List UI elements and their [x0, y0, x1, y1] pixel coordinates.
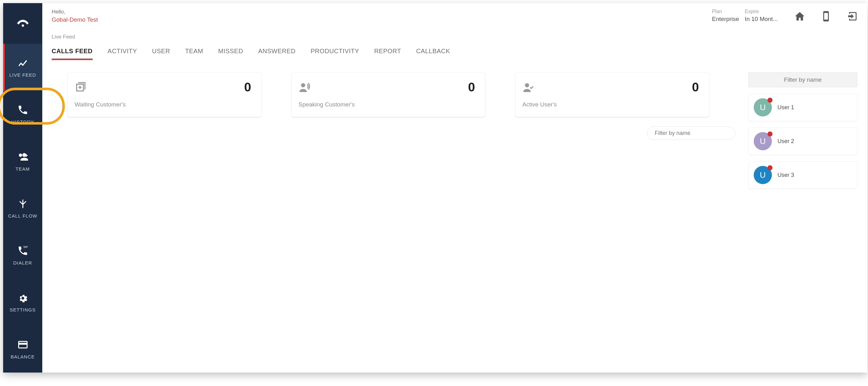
- main-content: Hello, Gobal-Demo Test Plan Enterprise E…: [42, 3, 867, 373]
- status-dot: [768, 165, 773, 170]
- sidebar-item-label: HISTORY: [11, 119, 34, 125]
- sidebar-item-label: CALL FLOW: [8, 213, 37, 219]
- app-logo: [3, 3, 42, 44]
- stat-label: Active User's: [522, 101, 699, 108]
- stat-value: 0: [244, 80, 251, 94]
- filter-row: [67, 117, 736, 140]
- user-check-icon: [522, 81, 535, 94]
- greeting: Hello, Gobal-Demo Test: [52, 9, 98, 23]
- sidebar-item-label: LIVE FEED: [9, 72, 36, 78]
- sidebar-item-label: BALANCE: [11, 354, 35, 359]
- tab-calls-feed[interactable]: CALLS FEED: [52, 45, 93, 60]
- svg-point-2: [301, 83, 305, 87]
- home-icon[interactable]: [794, 11, 805, 22]
- tab-answered[interactable]: ANSWERED: [258, 45, 296, 60]
- stat-card-active: 0 Active User's: [515, 72, 709, 117]
- avatar: U: [754, 132, 772, 150]
- logout-icon[interactable]: [847, 11, 858, 22]
- queue-plus-icon: [74, 81, 87, 94]
- app-shell: LIVE FEED HISTORY TEAM CALL FLOW SIP DIA…: [3, 3, 867, 373]
- status-dot: [768, 131, 773, 136]
- user-name: User 2: [777, 138, 794, 144]
- sidebar-item-label: SETTINGS: [10, 307, 36, 313]
- tab-report[interactable]: REPORT: [374, 45, 401, 60]
- tabs: CALLS FEED ACTIVITY USER TEAM MISSED ANS…: [42, 41, 867, 60]
- phone-sip-icon: SIP: [17, 245, 29, 256]
- gear-icon: [17, 292, 29, 303]
- stats-row: 0 Waiting Customer's 0 Speaking Customer…: [67, 72, 736, 117]
- users-panel: U User 1 U User 2 U User 3: [748, 72, 857, 373]
- stat-card-speaking: 0 Speaking Customer's: [291, 72, 485, 117]
- header-icons: [794, 11, 858, 22]
- user-item[interactable]: U User 3: [748, 161, 857, 189]
- people-plus-icon: [17, 151, 29, 162]
- content-area: 0 Waiting Customer's 0 Speaking Customer…: [42, 60, 867, 373]
- stats-column: 0 Waiting Customer's 0 Speaking Customer…: [67, 72, 736, 373]
- sidebar-item-label: DIALER: [13, 260, 32, 265]
- plan-value: Enterprise: [712, 15, 739, 23]
- header-right: Plan Enterprise Expire In 10 Mont...: [712, 9, 858, 23]
- stat-value: 0: [692, 80, 699, 94]
- sidebar-item-live-feed[interactable]: LIVE FEED: [3, 44, 42, 91]
- expire-value: In 10 Mont...: [745, 15, 778, 23]
- user-name: User 3: [777, 172, 794, 179]
- plan-label: Plan: [712, 9, 739, 14]
- sidebar-item-call-flow[interactable]: CALL FLOW: [3, 185, 42, 232]
- tab-user[interactable]: USER: [152, 45, 170, 60]
- greeting-hello: Hello,: [52, 9, 98, 15]
- plan-meta: Plan Enterprise: [712, 9, 739, 23]
- tab-productivity[interactable]: PRODUCTIVITY: [311, 45, 359, 60]
- sidebar-item-label: TEAM: [16, 166, 30, 171]
- sidebar-item-team[interactable]: TEAM: [3, 138, 42, 185]
- voice-icon: [299, 81, 311, 94]
- filter-by-name-chip[interactable]: [647, 126, 735, 140]
- user-item[interactable]: U User 1: [748, 94, 857, 121]
- greeting-org: Gobal-Demo Test: [52, 16, 98, 23]
- header-meta: Plan Enterprise Expire In 10 Mont...: [712, 9, 778, 23]
- tab-missed[interactable]: MISSED: [218, 45, 243, 60]
- user-item[interactable]: U User 2: [748, 127, 857, 155]
- sidebar-item-dialer[interactable]: SIP DIALER: [3, 232, 42, 279]
- tab-activity[interactable]: ACTIVITY: [108, 45, 137, 60]
- svg-point-0: [22, 24, 24, 27]
- filter-by-name-top[interactable]: [748, 72, 857, 87]
- svg-point-3: [525, 83, 529, 87]
- stat-label: Waiting Customer's: [74, 101, 251, 108]
- sidebar-item-settings[interactable]: SETTINGS: [3, 279, 42, 326]
- status-dot: [768, 98, 773, 103]
- svg-text:SIP: SIP: [23, 246, 28, 249]
- credit-card-icon: [17, 339, 29, 350]
- stat-label: Speaking Customer's: [299, 101, 475, 108]
- sidebar-item-history[interactable]: HISTORY: [3, 91, 42, 138]
- stat-card-waiting: 0 Waiting Customer's: [67, 72, 261, 117]
- sidebar-item-balance[interactable]: BALANCE: [3, 326, 42, 373]
- chart-line-icon: [17, 57, 29, 69]
- tab-callback[interactable]: CALLBACK: [416, 45, 450, 60]
- user-name: User 1: [777, 104, 794, 111]
- tab-team[interactable]: TEAM: [185, 45, 203, 60]
- breadcrumb: Live Feed: [42, 24, 867, 41]
- mobile-icon[interactable]: [820, 11, 832, 22]
- expire-meta: Expire In 10 Mont...: [745, 9, 778, 23]
- split-arrows-icon: [17, 198, 29, 210]
- header: Hello, Gobal-Demo Test Plan Enterprise E…: [42, 3, 867, 24]
- expire-label: Expire: [745, 9, 778, 14]
- phone-icon: [17, 104, 29, 116]
- stat-value: 0: [468, 80, 475, 94]
- avatar: U: [754, 166, 772, 184]
- avatar: U: [754, 98, 772, 117]
- sidebar: LIVE FEED HISTORY TEAM CALL FLOW SIP DIA…: [3, 3, 42, 373]
